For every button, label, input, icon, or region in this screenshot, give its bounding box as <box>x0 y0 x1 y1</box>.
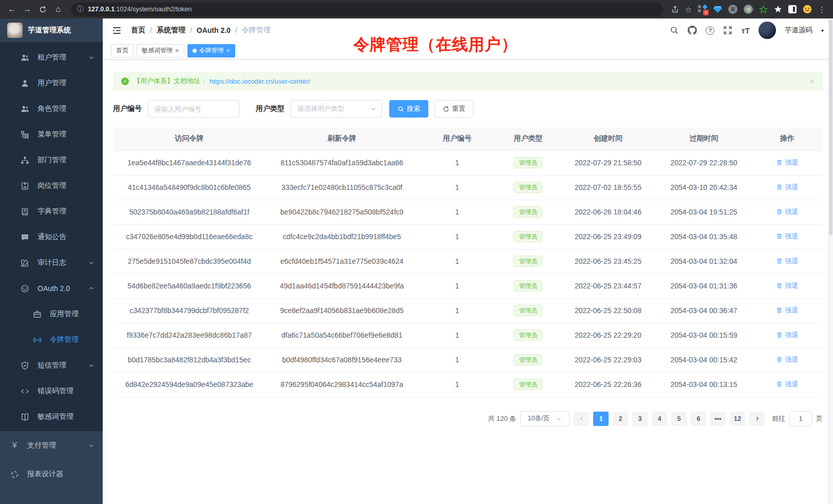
search-button[interactable]: 搜索 <box>389 100 428 118</box>
message-icon <box>21 233 29 242</box>
force-logout-button[interactable]: 强退 <box>776 306 798 315</box>
sidebar-item-department-management[interactable]: 部门管理 <box>0 147 103 173</box>
sidebar-item-sms-management[interactable]: 短信管理 <box>0 353 103 378</box>
goto-page-input[interactable] <box>789 411 812 427</box>
sidebar-item-report-designer[interactable]: 报表设计器 <box>0 460 103 489</box>
share-icon[interactable] <box>671 6 679 13</box>
user-type-cell: 管理员 <box>496 274 560 298</box>
sidebar-item-audit-log[interactable]: 审计日志 <box>0 250 103 276</box>
alert-close-icon[interactable]: × <box>810 77 815 86</box>
alert-doc-link[interactable]: https://doc.iocoder.cn/user-center/ <box>210 77 310 85</box>
chevron-down-icon <box>88 260 94 266</box>
user-dropdown-caret-icon[interactable]: ▾ <box>821 28 824 33</box>
user-type-cell: 管理员 <box>496 200 560 224</box>
user-type-badge: 管理员 <box>514 329 542 341</box>
breadcrumb-system[interactable]: 系统管理 <box>157 26 185 35</box>
sidebar-collapse-icon[interactable] <box>112 26 122 35</box>
force-logout-button[interactable]: 强退 <box>776 183 798 192</box>
created-cell: 2022-07-02 18:55:55 <box>560 175 656 200</box>
force-logout-button[interactable]: 强退 <box>776 158 798 167</box>
tab-home[interactable]: 首页 <box>111 44 134 57</box>
user-type-cell: 管理员 <box>496 224 560 249</box>
user-avatar[interactable] <box>759 22 776 39</box>
tab-label: 令牌管理 <box>199 46 224 55</box>
profile-avatar-icon[interactable] <box>803 5 812 14</box>
table-row: c342377bf8b344799dcbf7bf095287f2 9ce8ef2… <box>113 298 823 323</box>
sidebar-item-oauth2[interactable]: OAuth 2.0 <box>0 276 103 301</box>
search-icon[interactable] <box>670 26 679 35</box>
scrollbar-thumb[interactable] <box>829 20 832 235</box>
white-star-extension-icon[interactable] <box>774 5 782 13</box>
sidebar-item-app-management[interactable]: 应用管理 <box>0 301 103 327</box>
page-button-3[interactable]: 3 <box>632 412 648 426</box>
refresh-token-cell: 49d1aa46d1454fbd87591444423be9fa <box>266 274 418 298</box>
sidebar-item-sensitive-words[interactable]: 敏感词管理 <box>0 404 103 430</box>
page-scrollbar[interactable] <box>828 18 833 504</box>
sidebar-item-payment-management[interactable]: ¥ 支付管理 <box>0 431 103 460</box>
chevron-down-icon <box>88 54 94 61</box>
refresh-token-cell: e6cfd40eb1f54571a31e775e039c4624 <box>266 249 418 274</box>
address-bar[interactable]: ⓘ 127.0.0.1:1024/system/oauth2/token <box>71 3 663 16</box>
force-logout-button[interactable]: 强退 <box>776 281 798 290</box>
sidebar-item-label: 错误码管理 <box>37 386 73 396</box>
prev-page-button[interactable] <box>574 412 589 426</box>
user-type-badge: 管理员 <box>514 305 542 316</box>
gem-extension-icon[interactable] <box>713 6 722 13</box>
sidebar-item-token-management[interactable]: 令牌管理 <box>0 327 103 353</box>
user-type-select[interactable]: 请选择用户类型 <box>291 100 382 118</box>
browser-home-icon[interactable]: ⌂ <box>51 3 65 16</box>
sidebar-item-tenant-management[interactable]: 租户管理 <box>0 45 103 70</box>
extension-grid-icon[interactable]: 9 <box>698 5 707 14</box>
sidebar-item-notice[interactable]: 通知公告 <box>0 224 103 250</box>
page-button-6[interactable]: 6 <box>691 412 706 426</box>
close-icon[interactable]: × <box>175 47 179 54</box>
browser-back-icon[interactable]: ← <box>5 3 18 16</box>
table-row: b0d1785bc3a8482f812db4a3f3bd15ec b0df498… <box>113 347 823 372</box>
help-icon[interactable]: ? <box>706 26 714 35</box>
app-logo-row[interactable]: 芋道管理系统 <box>0 18 103 42</box>
page-size-select[interactable]: 10条/页 <box>520 411 570 427</box>
sidebar-item-errcode-management[interactable]: 错误码管理 <box>0 378 103 404</box>
github-icon[interactable] <box>688 26 697 35</box>
more-pages-button[interactable]: ••• <box>710 412 726 426</box>
page-button-1[interactable]: 1 <box>593 412 609 426</box>
page-button-2[interactable]: 2 <box>613 412 628 426</box>
browser-menu-icon[interactable]: ⋮ <box>818 6 826 13</box>
force-logout-button[interactable]: 强退 <box>776 355 798 364</box>
sidebar-item-post-management[interactable]: 岗位管理 <box>0 173 103 199</box>
tab-token-management[interactable]: 令牌管理 × <box>187 44 236 57</box>
page-button-4[interactable]: 4 <box>652 412 667 426</box>
breadcrumb-home[interactable]: 首页 <box>131 26 145 35</box>
tab-sensitive-words[interactable]: 敏感词管理 × <box>137 44 184 57</box>
browser-forward-icon[interactable]: → <box>21 3 34 16</box>
sidebar-item-role-management[interactable]: 角色管理 <box>0 96 103 122</box>
sidebar-item-menu-management[interactable]: 菜单管理 <box>0 122 103 147</box>
dashed-circle-icon <box>10 470 19 479</box>
bookmark-star-icon[interactable]: ☆ <box>685 6 692 13</box>
next-page-button[interactable] <box>749 412 765 426</box>
success-check-icon: ✓ <box>121 77 129 85</box>
force-logout-button[interactable]: 强退 <box>776 232 798 241</box>
page-info-icon[interactable]: ⓘ <box>77 5 84 14</box>
reset-button[interactable]: 重置 <box>434 100 474 118</box>
font-size-icon[interactable]: тT <box>741 26 750 35</box>
force-logout-button[interactable]: 强退 <box>776 207 798 217</box>
sidepanel-extension-icon[interactable] <box>788 5 797 13</box>
force-logout-button[interactable]: 强退 <box>776 331 798 340</box>
fullscreen-icon[interactable] <box>723 26 732 35</box>
sidebar-item-user-management[interactable]: 用户管理 <box>0 70 103 96</box>
force-logout-button[interactable]: 强退 <box>776 380 798 389</box>
actions-cell: 强退 <box>752 150 823 175</box>
page-button-5[interactable]: 5 <box>671 412 687 426</box>
green-star-extension-icon[interactable] <box>759 5 768 14</box>
recorder-extension-icon[interactable] <box>744 5 753 14</box>
page-button-12[interactable]: 12 <box>730 412 745 426</box>
breadcrumb-oauth2[interactable]: OAuth 2.0 <box>197 26 231 34</box>
trash-icon <box>776 356 783 363</box>
browser-reload-icon[interactable] <box>36 3 49 16</box>
command-extension-icon[interactable]: ⌘ <box>728 5 737 14</box>
close-icon[interactable]: × <box>226 47 231 54</box>
user-id-input[interactable] <box>148 100 239 118</box>
force-logout-button[interactable]: 强退 <box>776 257 798 266</box>
sidebar-item-dict-management[interactable]: 字典管理 <box>0 199 103 224</box>
